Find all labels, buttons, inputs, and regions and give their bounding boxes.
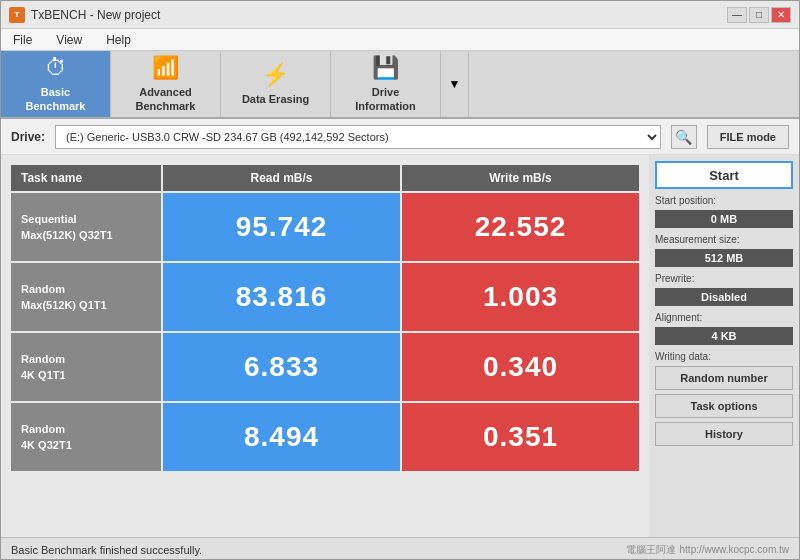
menu-view[interactable]: View [50, 31, 88, 49]
drive-information-label: DriveInformation [355, 85, 416, 114]
benchmark-table: Task name Read mB/s Write mB/s Sequentia… [9, 163, 641, 473]
data-erasing-label: Data Erasing [242, 92, 309, 106]
task-name-3: Random4K Q32T1 [11, 403, 161, 471]
prewrite-value: Disabled [655, 288, 793, 306]
write-value-0: 22.552 [402, 193, 639, 261]
watermark: 電腦王阿達 http://www.kocpc.com.tw [626, 543, 789, 557]
drive-select[interactable]: (E:) Generic- USB3.0 CRW -SD 234.67 GB (… [55, 125, 661, 149]
app-title: TxBENCH - New project [31, 8, 160, 22]
writing-data-label: Writing data: [655, 351, 793, 362]
read-value-1: 83.816 [163, 263, 400, 331]
drive-info-button[interactable]: 🔍 [671, 125, 697, 149]
main-content: Task name Read mB/s Write mB/s Sequentia… [1, 155, 799, 537]
task-name-1: RandomMax(512K) Q1T1 [11, 263, 161, 331]
advanced-benchmark-label: AdvancedBenchmark [136, 85, 196, 114]
start-position-value: 0 MB [655, 210, 793, 228]
write-value-3: 0.351 [402, 403, 639, 471]
start-position-label: Start position: [655, 195, 793, 206]
toolbar-basic-benchmark[interactable]: ⏱ BasicBenchmark [1, 51, 111, 117]
toolbar: ⏱ BasicBenchmark 📶 AdvancedBenchmark ⚡ D… [1, 51, 799, 119]
alignment-label: Alignment: [655, 312, 793, 323]
measurement-size-label: Measurement size: [655, 234, 793, 245]
table-row: SequentialMax(512K) Q32T1 95.742 22.552 [11, 193, 639, 261]
toolbar-advanced-benchmark[interactable]: 📶 AdvancedBenchmark [111, 51, 221, 117]
watermark-url: http://www.kocpc.com.tw [680, 544, 789, 555]
drive-information-icon: 💾 [372, 55, 399, 81]
toolbar-drive-information[interactable]: 💾 DriveInformation [331, 51, 441, 117]
close-button[interactable]: ✕ [771, 7, 791, 23]
read-value-0: 95.742 [163, 193, 400, 261]
measurement-size-value: 512 MB [655, 249, 793, 267]
title-bar-controls: — □ ✕ [727, 7, 791, 23]
file-mode-button[interactable]: FILE mode [707, 125, 789, 149]
drive-label: Drive: [11, 130, 45, 144]
table-row: RandomMax(512K) Q1T1 83.816 1.003 [11, 263, 639, 331]
table-row: Random4K Q32T1 8.494 0.351 [11, 403, 639, 471]
maximize-button[interactable]: □ [749, 7, 769, 23]
task-name-0: SequentialMax(512K) Q32T1 [11, 193, 161, 261]
write-value-1: 1.003 [402, 263, 639, 331]
read-value-2: 6.833 [163, 333, 400, 401]
history-button[interactable]: History [655, 422, 793, 446]
data-erasing-icon: ⚡ [262, 62, 289, 88]
col-read: Read mB/s [163, 165, 400, 191]
title-bar-left: T TxBENCH - New project [9, 7, 160, 23]
col-task-name: Task name [11, 165, 161, 191]
col-write: Write mB/s [402, 165, 639, 191]
advanced-benchmark-icon: 📶 [152, 55, 179, 81]
menu-file[interactable]: File [7, 31, 38, 49]
alignment-value: 4 KB [655, 327, 793, 345]
right-panel: Start Start position: 0 MB Measurement s… [649, 155, 799, 537]
prewrite-label: Prewrite: [655, 273, 793, 284]
writing-data-button[interactable]: Random number [655, 366, 793, 390]
drive-row: Drive: (E:) Generic- USB3.0 CRW -SD 234.… [1, 119, 799, 155]
menu-bar: File View Help [1, 29, 799, 51]
toolbar-data-erasing[interactable]: ⚡ Data Erasing [221, 51, 331, 117]
toolbar-dropdown[interactable]: ▼ [441, 51, 469, 117]
app-icon: T [9, 7, 25, 23]
watermark-text: 電腦王阿達 [626, 543, 676, 557]
start-button[interactable]: Start [655, 161, 793, 189]
minimize-button[interactable]: — [727, 7, 747, 23]
task-options-button[interactable]: Task options [655, 394, 793, 418]
status-bar: Basic Benchmark finished successfully. 電… [1, 537, 799, 560]
table-area: Task name Read mB/s Write mB/s Sequentia… [1, 155, 649, 537]
basic-benchmark-label: BasicBenchmark [26, 85, 86, 114]
read-value-3: 8.494 [163, 403, 400, 471]
title-bar: T TxBENCH - New project — □ ✕ [1, 1, 799, 29]
menu-help[interactable]: Help [100, 31, 137, 49]
write-value-2: 0.340 [402, 333, 639, 401]
basic-benchmark-icon: ⏱ [45, 55, 67, 81]
status-message: Basic Benchmark finished successfully. [11, 544, 202, 556]
table-row: Random4K Q1T1 6.833 0.340 [11, 333, 639, 401]
task-name-2: Random4K Q1T1 [11, 333, 161, 401]
